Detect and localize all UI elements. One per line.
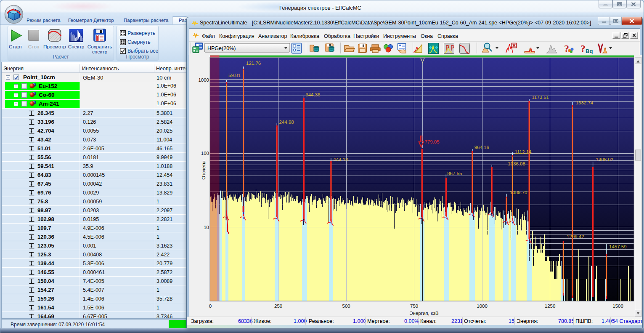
svg-text:10: 10 [204, 225, 209, 230]
svg-text:121.76: 121.76 [246, 61, 261, 66]
svg-text:1089.70: 1089.70 [510, 190, 527, 195]
svg-text:1299.42: 1299.42 [567, 234, 584, 239]
svg-text:0: 0 [209, 304, 212, 309]
svg-text:?: ? [564, 43, 569, 54]
svg-text:1500: 1500 [612, 304, 623, 309]
svg-text:444.13: 444.13 [333, 157, 348, 162]
svg-text:100: 100 [201, 151, 209, 156]
svg-text:1173.51: 1173.51 [532, 95, 549, 100]
svg-text:1332.74: 1332.74 [576, 100, 594, 105]
svg-text:1036.08: 1036.08 [508, 161, 525, 166]
svg-text:500: 500 [342, 304, 350, 309]
svg-text:1000: 1000 [477, 304, 488, 309]
svg-text:867.55: 867.55 [447, 171, 462, 176]
svg-text:1112.14: 1112.14 [515, 149, 532, 155]
svg-text:964.16: 964.16 [474, 145, 489, 150]
svg-text:779.05: 779.05 [424, 139, 439, 144]
svg-text:Отсчеты: Отсчеты [201, 160, 206, 179]
svg-text:344.36: 344.36 [305, 92, 320, 97]
svg-text:?: ? [580, 43, 586, 54]
svg-text:HPGe(20%): HPGe(20%) [207, 45, 236, 51]
svg-text:1457.59: 1457.59 [609, 244, 627, 249]
svg-text:Bq: Bq [586, 48, 593, 54]
svg-text:1408.02: 1408.02 [596, 157, 613, 162]
svg-text:750: 750 [410, 304, 418, 309]
svg-text:1000: 1000 [198, 77, 209, 83]
svg-text:Энергия, кэВ: Энергия, кэВ [409, 311, 439, 316]
svg-text:59.81: 59.81 [228, 73, 241, 78]
svg-text:1250: 1250 [545, 304, 556, 309]
svg-text:244.98: 244.98 [279, 120, 294, 125]
svg-text:250: 250 [274, 304, 282, 309]
